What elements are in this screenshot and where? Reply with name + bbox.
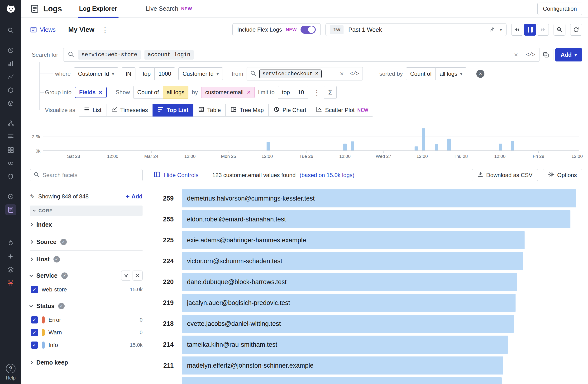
limit-direction-box[interactable]: top [278, 86, 294, 99]
query-chip[interactable]: service:web-store [78, 50, 141, 59]
viz-tree-map-button[interactable]: Tree Map [226, 104, 269, 116]
top-count-input[interactable]: 1000 [154, 67, 175, 80]
toplist-bar[interactable]: jacalyn.auer@bogisich-predovic.test [182, 294, 516, 312]
limit-count-box[interactable]: 10 [294, 86, 308, 99]
toplist-bar[interactable]: victor.orn@schumm-schaden.test [182, 252, 523, 270]
metrics-icon[interactable] [5, 58, 16, 69]
facet-filter-button[interactable] [121, 270, 131, 281]
help-icon[interactable]: ? [6, 364, 16, 373]
facet-group-header[interactable]: Demo keep [30, 354, 143, 371]
options-button[interactable]: Options [543, 169, 582, 181]
remove-chip-icon[interactable]: × [98, 89, 102, 96]
facet-group-header[interactable]: Source ✓ [30, 233, 143, 250]
security-icon[interactable] [5, 171, 16, 182]
rewind-button[interactable] [511, 24, 523, 36]
show-target-box[interactable]: all logs [163, 86, 189, 99]
toplist-row[interactable]: 211 madelyn.effertz@johnston-schinner.ex… [152, 355, 579, 376]
timeline-plot[interactable] [43, 127, 579, 151]
checkbox-checked[interactable]: ✓ [31, 286, 38, 293]
time-range-picker[interactable]: 1w Past 1 Week ▾ [325, 23, 506, 36]
from-query-input[interactable]: service:checkout × × </> [247, 67, 363, 80]
toplist-bar[interactable]: dane.dubuque@block-barrows.test [182, 273, 517, 291]
ci-icon[interactable] [5, 191, 16, 202]
query-chip[interactable]: account login [145, 50, 194, 59]
viz-timeseries-button[interactable]: Timeseries [106, 104, 153, 116]
top-selector[interactable]: top [139, 67, 155, 80]
fields-chip[interactable]: Fields × [75, 87, 107, 98]
clear-search-icon[interactable]: × [514, 52, 518, 58]
facet-group-header[interactable]: Index [30, 216, 143, 233]
toplist-row[interactable]: 218 evette.jacobs@daniel-witting.test [152, 313, 579, 334]
integrations-icon[interactable] [5, 98, 16, 109]
checkbox-checked[interactable]: ✓ [31, 316, 38, 324]
pencil-icon[interactable]: ✎ [30, 193, 35, 200]
flex-logs-toggle[interactable] [300, 26, 316, 34]
kebab-icon[interactable]: ⋮ [313, 88, 320, 96]
checkbox-checked[interactable]: ✓ [31, 329, 38, 336]
facet-section-core[interactable]: CORE [30, 206, 143, 216]
sparkle-icon[interactable] [5, 251, 16, 262]
timeline-bar[interactable] [447, 139, 451, 151]
viz-scatter-plot-button[interactable]: Scatter Plot NEW [311, 104, 373, 116]
timeline-chart[interactable]: 2.5k 0k Sat 2312:00Mar 2412:00Mon 2512:0… [21, 124, 579, 162]
add-button[interactable]: Add ▾ [555, 48, 582, 61]
toplist-row[interactable]: 259 demetrius.halvorson@cummings-kessler… [152, 188, 579, 209]
toplist-row[interactable]: 219 jacalyn.auer@bogisich-predovic.test [152, 292, 579, 313]
sort-target-dropdown[interactable]: all logs ▾ [436, 67, 466, 80]
copy-icon[interactable] [540, 49, 552, 61]
dashboards-icon[interactable] [5, 145, 16, 155]
infrastructure-icon[interactable] [5, 85, 16, 96]
configuration-button[interactable]: Configuration [537, 3, 582, 15]
timeline-bar[interactable] [499, 144, 502, 151]
zoom-out-button[interactable] [554, 24, 566, 36]
facet-value-row[interactable]: ✓ web-store 15.0k [30, 283, 143, 296]
toplist-bar[interactable]: exie.adams@bahringer-hammes.example [182, 231, 525, 249]
code-view-icon[interactable]: </> [350, 71, 359, 77]
toplist-row[interactable]: 224 victor.orn@schumm-schaden.test [152, 251, 579, 271]
of-field-dropdown[interactable]: Customer Id ▾ [178, 67, 223, 80]
clear-from-icon[interactable]: × [340, 71, 344, 77]
service-map-icon[interactable] [5, 118, 16, 129]
toplist-row[interactable]: 210 donnie.wundt@nolan-bayer.example [152, 376, 579, 384]
remove-clause-button[interactable]: × [476, 70, 484, 78]
code-view-icon[interactable]: </> [526, 52, 535, 58]
facet-value-row[interactable]: ✓ Warn 0 [30, 326, 143, 339]
logs-icon[interactable] [5, 204, 16, 215]
timeline-bar[interactable] [435, 144, 438, 151]
toplist-bar[interactable]: donnie.wundt@nolan-bayer.example [182, 377, 502, 384]
timeline-bar[interactable] [351, 141, 354, 151]
timeline-bar[interactable] [343, 144, 347, 151]
chevron-down-icon[interactable]: ▾ [500, 27, 502, 33]
summary-detail-link[interactable]: (based on 15.0k logs) [300, 172, 355, 178]
kebab-icon[interactable]: ⋮ [102, 26, 108, 34]
toplist-bar[interactable]: evette.jacobs@daniel-witting.test [182, 315, 514, 333]
profiling-icon[interactable] [5, 238, 16, 249]
tab-log-explorer[interactable]: Log Explorer [78, 0, 119, 18]
layers-icon[interactable] [5, 264, 16, 275]
remove-chip-icon[interactable]: × [315, 71, 318, 77]
toplist-bar[interactable]: madelyn.effertz@johnston-schinner.exampl… [182, 356, 503, 375]
forward-button[interactable] [537, 24, 549, 36]
viz-list-button[interactable]: List [79, 104, 106, 116]
toplist-row[interactable]: 214 tameika.kihn@rau-smitham.test [152, 334, 579, 355]
datadog-logo[interactable] [4, 2, 17, 16]
synthetics-icon[interactable] [5, 158, 16, 169]
facet-group-header[interactable]: Service ✓ × [30, 268, 143, 283]
toplist-bar[interactable]: eldon.robel@emard-shanahan.test [182, 210, 570, 228]
facet-group-header[interactable]: Host ✓ [30, 251, 143, 268]
viz-top-list-button[interactable]: Top List [152, 104, 193, 116]
toplist-bar[interactable]: demetrius.halvorson@cummings-kessler.tes… [182, 189, 576, 208]
bits-ai-icon[interactable] [5, 277, 16, 288]
log-stream-icon[interactable] [5, 131, 16, 142]
remove-chip-icon[interactable]: × [247, 89, 251, 96]
timeline-bar[interactable] [511, 141, 514, 151]
search-input[interactable]: service:web-store account login × </> [63, 48, 540, 62]
download-csv-button[interactable]: Download as CSV [472, 169, 538, 181]
show-aggregation-box[interactable]: Count of [133, 86, 163, 99]
views-button[interactable]: Views [30, 26, 56, 33]
apm-icon[interactable] [5, 71, 16, 82]
sort-aggregation-box[interactable]: Count of [406, 67, 436, 80]
tab-live-search[interactable]: Live Search NEW [144, 0, 193, 18]
group-by-chip[interactable]: customer.email × [201, 87, 255, 98]
timeline-bar[interactable] [267, 142, 270, 151]
